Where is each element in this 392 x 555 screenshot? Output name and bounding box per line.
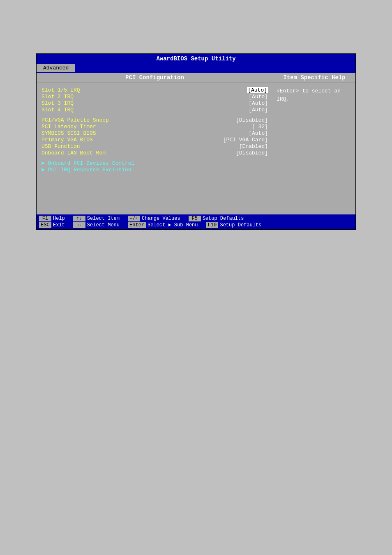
lr-arrow-key: ↔ xyxy=(73,222,85,228)
menu-bar: Advanced xyxy=(37,63,355,73)
table-row[interactable]: Slot 3 IRQ [Auto] xyxy=(42,100,268,106)
table-row[interactable]: PCI/VGA Palette Snoop [Disabled] xyxy=(42,117,268,123)
slot-4-label: Slot 4 IRQ xyxy=(42,107,74,113)
table-row[interactable]: Slot 4 IRQ [Auto] xyxy=(42,107,268,113)
select-menu-desc: Select Menu xyxy=(87,222,120,228)
table-row[interactable]: USB Function [Enabled] xyxy=(42,143,268,150)
slot-1-5-value: [Auto] xyxy=(247,87,268,93)
change-values-desc: Change Values xyxy=(142,216,180,221)
f5-key: F5 xyxy=(189,216,201,221)
help-content: <Enter> to select an IRQ. xyxy=(273,83,355,107)
help-desc: Help xyxy=(53,216,65,221)
table-row[interactable]: Slot 1/5 IRQ [Auto] xyxy=(42,87,268,93)
table-row[interactable]: PCI Latency Timer [ 32] xyxy=(42,124,268,130)
pci-group: PCI/VGA Palette Snoop [Disabled] PCI Lat… xyxy=(42,117,268,156)
slot-2-label: Slot 2 IRQ xyxy=(42,94,74,100)
bios-window: AwardBIOS Setup Utility Advanced PCI Con… xyxy=(36,53,356,230)
symbios-scsi-value: [Auto] xyxy=(249,130,268,136)
right-panel-header: Item Specific Help xyxy=(273,73,355,83)
status-row-2: ESC Exit ↔ Select Menu Enter Select ► Su… xyxy=(39,222,353,228)
table-row[interactable]: Onboard LAN Boot Rom [Disabled] xyxy=(42,150,268,156)
slot-2-value: [Auto] xyxy=(249,94,268,100)
title-text: AwardBIOS Setup Utility xyxy=(156,55,235,62)
usb-function-value: [Enabled] xyxy=(239,143,268,150)
exit-desc: Exit xyxy=(53,222,65,228)
f1-key: F1 xyxy=(39,216,51,221)
table-row[interactable]: Slot 2 IRQ [Auto] xyxy=(42,94,268,100)
menu-item-advanced[interactable]: Advanced xyxy=(37,64,75,72)
symbios-scsi-label: SYMBIOS SCSI BIOS xyxy=(42,130,96,136)
select-item-desc: Select Item xyxy=(87,216,120,221)
plusminus-key: -/+ xyxy=(128,216,140,221)
palette-snoop-value: [Disabled] xyxy=(236,117,268,123)
right-panel: Item Specific Help <Enter> to select an … xyxy=(273,73,355,214)
slot-3-value: [Auto] xyxy=(249,100,268,106)
left-panel: PCI Configuration Slot 1/5 IRQ [Auto] Sl… xyxy=(37,73,273,214)
table-row[interactable]: SYMBIOS SCSI BIOS [Auto] xyxy=(42,130,268,136)
latency-timer-value: [ 32] xyxy=(252,124,268,130)
main-content: PCI Configuration Slot 1/5 IRQ [Auto] Sl… xyxy=(37,73,355,214)
slot-3-label: Slot 3 IRQ xyxy=(42,100,74,106)
usb-function-label: USB Function xyxy=(42,143,80,150)
enter-key: Enter xyxy=(128,222,146,228)
palette-snoop-label: PCI/VGA Palette Snoop xyxy=(42,117,109,123)
lan-boot-rom-value: [Disabled] xyxy=(236,150,268,156)
submenu-onboard-pci[interactable]: Onboard PCI Devices Control xyxy=(42,160,268,166)
submenu-pci-irq[interactable]: PCI IRQ Resource Exclusion xyxy=(42,167,268,173)
slot-1-5-label: Slot 1/5 IRQ xyxy=(42,87,80,93)
lan-boot-rom-label: Onboard LAN Boot Rom xyxy=(42,150,106,156)
primary-vga-value: [PCI VGA Card] xyxy=(223,137,268,143)
f10-key: F10 xyxy=(206,222,218,228)
panel-body: Slot 1/5 IRQ [Auto] Slot 2 IRQ [Auto] Sl… xyxy=(37,83,273,214)
irq-group: Slot 1/5 IRQ [Auto] Slot 2 IRQ [Auto] Sl… xyxy=(42,87,268,113)
esc-key: ESC xyxy=(39,222,51,228)
save-exit-desc: Setup Defaults xyxy=(220,222,261,228)
setup-defaults-desc: Setup Defaults xyxy=(203,216,244,221)
status-row-1: F1 Help ↑↓ Select Item -/+ Change Values… xyxy=(39,215,353,222)
status-bar: F1 Help ↑↓ Select Item -/+ Change Values… xyxy=(37,214,355,229)
select-submenu-desc: Select ► Sub-Menu xyxy=(148,222,198,228)
updown-key: ↑↓ xyxy=(73,216,85,221)
left-panel-header: PCI Configuration xyxy=(37,73,273,83)
table-row[interactable]: Primary VGA BIOS [PCI VGA Card] xyxy=(42,137,268,143)
latency-timer-label: PCI Latency Timer xyxy=(42,124,96,130)
primary-vga-label: Primary VGA BIOS xyxy=(42,137,93,143)
slot-4-value: [Auto] xyxy=(249,107,268,113)
title-bar: AwardBIOS Setup Utility xyxy=(37,54,355,63)
